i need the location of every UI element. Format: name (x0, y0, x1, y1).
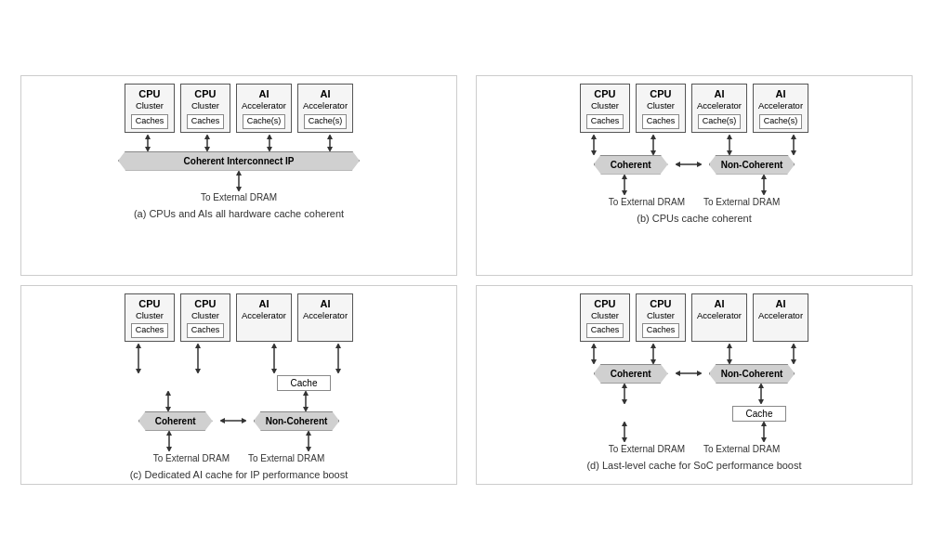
horiz-arrow-c (220, 411, 246, 430)
node-ai2-b-title: AI (758, 87, 803, 100)
node-ai1-c-sub: Accelerator (242, 310, 286, 321)
diagram-c: CPU Cluster Caches CPU Cluster Caches AI… (20, 285, 457, 485)
node-cpu2-b-cache: Caches (642, 114, 680, 129)
banner-coherent-b: Coherent (594, 155, 668, 175)
node-cpu2-b-title: CPU (641, 87, 680, 100)
node-ai2-b: AI Accelerator Cache(s) (753, 84, 808, 132)
node-cpu2-d-cache: Caches (642, 323, 680, 338)
node-cpu2-b-sub: Cluster (641, 100, 680, 111)
node-ai2-b-sub: Accelerator (758, 100, 803, 111)
interconnect-a-wrapper: Coherent Interconnect IP (118, 151, 360, 171)
node-ai1-a-sub: Accelerator (242, 100, 286, 111)
node-ai2-d-title: AI (758, 297, 803, 310)
arrows-a-down (118, 135, 360, 151)
node-cpu1-d-cache: Caches (586, 323, 624, 338)
node-cpu2-c-cache: Caches (187, 323, 225, 338)
diagram-d: CPU Cluster Caches CPU Cluster Caches AI… (476, 285, 913, 485)
node-ai1-b-sub: Accelerator (697, 100, 742, 111)
ai-cache-c: Cache (277, 375, 332, 391)
node-cpu1-b-cache: Caches (586, 114, 624, 129)
node-cpu1-a-sub: Cluster (130, 100, 169, 111)
node-ai2-a: AI Accelerator Cache(s) (297, 84, 353, 132)
diagram-title-a: (a) CPUs and AIs all hardware cache cohe… (134, 208, 344, 219)
node-cpu2-d: CPU Cluster Caches (636, 293, 686, 342)
arrows-c-mid (109, 344, 369, 373)
node-cpu1-b-title: CPU (585, 87, 624, 100)
llc-cache-d: Cache (732, 406, 787, 422)
arrows-b-dram (564, 175, 824, 195)
diagram-a: CPU Cluster Caches CPU Cluster Caches AI… (20, 75, 457, 275)
arrows-d-dram (564, 422, 824, 442)
arrows-c-banner (109, 391, 369, 411)
banner-noncoherent-c: Non-Coherent (254, 411, 340, 431)
node-cpu1-b: CPU Cluster Caches (580, 84, 630, 132)
node-ai1-d-title: AI (697, 297, 742, 310)
node-ai1-b-cache: Cache(s) (698, 114, 742, 129)
dram-row-c: To External DRAM To External DRAM (153, 452, 325, 463)
node-cpu2-a-title: CPU (186, 87, 225, 100)
diagram-b: CPU Cluster Caches CPU Cluster Caches AI… (476, 75, 913, 275)
nodes-row-d: CPU Cluster Caches CPU Cluster Caches AI… (580, 293, 808, 342)
node-ai1-a-title: AI (242, 87, 286, 100)
diagram-title-d: (d) Last-level cache for SoC performance… (586, 460, 801, 471)
node-ai2-d-sub: Accelerator (758, 310, 803, 321)
arrows-b-down (564, 135, 824, 155)
banner-row-d: Coherent Non-Coherent (594, 364, 795, 384)
banner-noncoherent-b: Non-Coherent (709, 155, 795, 175)
interconnect-a: Coherent Interconnect IP (118, 151, 360, 171)
node-cpu1-b-sub: Cluster (585, 100, 624, 111)
nodes-row-b: CPU Cluster Caches CPU Cluster Caches AI… (580, 84, 808, 132)
horiz-arrow-b (676, 155, 702, 174)
llc-row-d: Cache (564, 404, 824, 422)
node-cpu2-d-sub: Cluster (641, 310, 680, 321)
node-ai1-a-cache: Cache(s) (243, 114, 286, 129)
dram-label-b-right: To External DRAM (703, 197, 780, 207)
node-ai1-c-title: AI (242, 297, 286, 310)
diagram-title-c: (c) Dedicated AI cache for IP performanc… (130, 469, 348, 480)
banner-coherent-c: Coherent (138, 411, 213, 431)
arrow-a-dram (118, 171, 360, 191)
node-cpu1-d-title: CPU (585, 297, 624, 310)
node-ai2-c: AI Accelerator (297, 293, 353, 342)
node-ai2-d: AI Accelerator (753, 293, 808, 342)
node-cpu2-b: CPU Cluster Caches (636, 84, 686, 132)
node-ai1-b-title: AI (697, 87, 742, 100)
node-ai1-d: AI Accelerator (691, 293, 747, 342)
node-ai1-d-sub: Accelerator (697, 310, 742, 321)
arrows-d-llc (564, 384, 824, 404)
dram-label-b-left: To External DRAM (609, 197, 685, 207)
node-ai1-a: AI Accelerator Cache(s) (236, 84, 292, 132)
node-ai2-b-cache: Cache(s) (759, 114, 803, 129)
mid-row-c: Cache (109, 373, 369, 391)
node-cpu1-d-sub: Cluster (585, 310, 624, 321)
node-cpu1-c: CPU Cluster Caches (125, 293, 175, 342)
node-cpu2-c: CPU Cluster Caches (180, 293, 230, 342)
dram-row-d: To External DRAM To External DRAM (609, 443, 781, 454)
horiz-arrow-d (676, 364, 702, 383)
node-ai2-a-title: AI (303, 87, 348, 100)
node-cpu2-d-title: CPU (641, 297, 680, 310)
dram-label-d-left: To External DRAM (609, 444, 685, 454)
dram-row-b: To External DRAM To External DRAM (609, 196, 781, 207)
node-ai1-b: AI Accelerator Cache(s) (691, 84, 747, 132)
node-ai1-c: AI Accelerator (236, 293, 292, 342)
node-cpu1-d: CPU Cluster Caches (580, 293, 630, 342)
node-ai2-a-sub: Accelerator (303, 100, 348, 111)
node-cpu1-c-title: CPU (130, 297, 169, 310)
node-cpu2-a: CPU Cluster Caches (180, 84, 230, 132)
main-container: CPU Cluster Caches CPU Cluster Caches AI… (11, 66, 922, 494)
diagram-title-b: (b) CPUs cache coherent (637, 213, 752, 224)
banner-noncoherent-d: Non-Coherent (709, 364, 795, 384)
node-ai2-c-title: AI (303, 297, 348, 310)
node-cpu1-c-cache: Caches (131, 323, 169, 338)
dram-label-c-left: To External DRAM (153, 453, 230, 463)
node-cpu2-a-sub: Cluster (186, 100, 225, 111)
nodes-row-c: CPU Cluster Caches CPU Cluster Caches AI… (125, 293, 353, 342)
node-cpu2-c-title: CPU (186, 297, 225, 310)
node-cpu1-c-sub: Cluster (130, 310, 169, 321)
node-ai2-c-sub: Accelerator (303, 310, 348, 321)
node-ai2-a-cache: Cache(s) (304, 114, 348, 129)
nodes-row-a: CPU Cluster Caches CPU Cluster Caches AI… (125, 84, 353, 132)
node-cpu2-a-cache: Caches (187, 114, 225, 129)
arrows-d-down (564, 344, 824, 364)
